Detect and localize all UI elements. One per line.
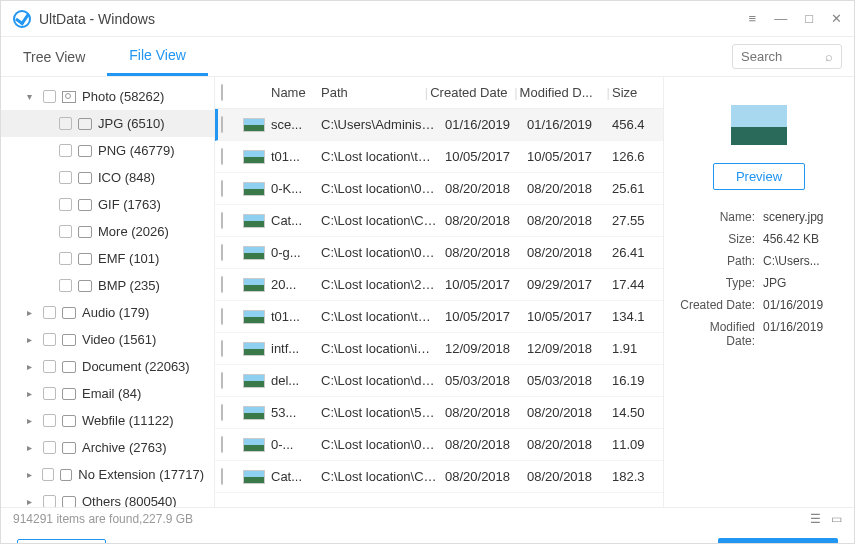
checkbox[interactable]: [221, 212, 223, 229]
table-row[interactable]: Cat... C:\Lost location\CatchFB24... 08/…: [215, 461, 663, 493]
maximize-icon[interactable]: □: [805, 11, 813, 26]
checkbox[interactable]: [221, 372, 223, 389]
checkbox[interactable]: [43, 387, 56, 400]
cell-size: 26.41: [612, 245, 657, 260]
expand-icon[interactable]: ▸: [27, 307, 37, 318]
checkbox[interactable]: [43, 441, 56, 454]
checkbox[interactable]: [221, 340, 223, 357]
thumbnail-icon: [243, 310, 265, 324]
preview-field-value: JPG: [763, 276, 840, 290]
sidebar-item-category[interactable]: ▸ Others (800540): [1, 488, 214, 507]
table-row[interactable]: 0-K... C:\Lost location\0-K38SgB[... 08/…: [215, 173, 663, 205]
recover-button[interactable]: Recover: [718, 538, 838, 544]
home-button[interactable]: Home: [17, 539, 106, 544]
checkbox[interactable]: [59, 117, 72, 130]
main: ▾ Photo (58262) JPG (6510) PNG (46779) I…: [1, 77, 854, 507]
sidebar-item-child[interactable]: PNG (46779): [1, 137, 214, 164]
checkbox[interactable]: [221, 436, 223, 453]
checkbox[interactable]: [221, 404, 223, 421]
expand-icon[interactable]: ▸: [27, 388, 37, 399]
checkbox[interactable]: [221, 148, 223, 165]
checkbox[interactable]: [59, 198, 72, 211]
category-icon: [60, 469, 73, 481]
table-row[interactable]: 0-g... C:\Lost location\0-gidq5s[1... 08…: [215, 237, 663, 269]
menu-icon[interactable]: ≡: [749, 11, 757, 26]
checkbox[interactable]: [221, 276, 223, 293]
table-row[interactable]: sce... C:\Users\Administrator\De... 01/1…: [215, 109, 663, 141]
col-modified[interactable]: Modified D...: [520, 85, 605, 100]
grid-view-icon[interactable]: ▭: [831, 512, 842, 526]
checkbox[interactable]: [43, 495, 56, 507]
collapse-icon[interactable]: ▾: [27, 91, 37, 102]
checkbox[interactable]: [221, 180, 223, 197]
checkbox[interactable]: [221, 244, 223, 261]
checkbox[interactable]: [43, 360, 56, 373]
list-view-icon[interactable]: ☰: [810, 512, 821, 526]
sidebar-item-category[interactable]: ▸ Webfile (11122): [1, 407, 214, 434]
preview-field: Modified Date: 01/16/2019: [678, 320, 840, 348]
sidebar-item-category[interactable]: ▸ Video (1561): [1, 326, 214, 353]
checkbox[interactable]: [43, 414, 56, 427]
checkbox[interactable]: [221, 116, 223, 133]
expand-icon[interactable]: ▸: [27, 496, 37, 507]
cell-modified: 08/20/2018: [527, 245, 612, 260]
expand-icon[interactable]: ▸: [27, 334, 37, 345]
sidebar-item-category[interactable]: ▸ Document (22063): [1, 353, 214, 380]
preview-button[interactable]: Preview: [713, 163, 805, 190]
search-box[interactable]: ⌕: [732, 44, 842, 69]
expand-icon[interactable]: ▸: [27, 415, 37, 426]
table-row[interactable]: del... C:\Lost location\dell_passw... 05…: [215, 365, 663, 397]
expand-icon[interactable]: ▸: [27, 361, 37, 372]
sidebar-item-child[interactable]: EMF (101): [1, 245, 214, 272]
tab-file-view[interactable]: File View: [107, 37, 208, 76]
search-input[interactable]: [741, 49, 811, 64]
checkbox[interactable]: [221, 468, 223, 485]
table-row[interactable]: 0-... C:\Lost location\0-WH5GiV... 08/20…: [215, 429, 663, 461]
sidebar-item-category[interactable]: ▸ Audio (179): [1, 299, 214, 326]
table-row[interactable]: intf... C:\Lost location\intf[1].jpg 12/…: [215, 333, 663, 365]
cell-size: 182.3: [612, 469, 657, 484]
sidebar-item-photo[interactable]: ▾ Photo (58262): [1, 83, 214, 110]
thumbnail-icon: [243, 342, 265, 356]
checkbox[interactable]: [59, 252, 72, 265]
sidebar-item-child[interactable]: JPG (6510): [1, 110, 214, 137]
toolbar: Tree View File View ⌕: [1, 37, 854, 77]
col-size[interactable]: Size: [612, 85, 657, 100]
checkbox[interactable]: [42, 468, 54, 481]
sidebar-item-category[interactable]: ▸ Archive (2763): [1, 434, 214, 461]
preview-field-value: 01/16/2019: [763, 320, 840, 348]
expand-icon[interactable]: ▸: [27, 469, 36, 480]
cell-name: del...: [271, 373, 321, 388]
sidebar-item-child[interactable]: More (2026): [1, 218, 214, 245]
table-row[interactable]: 53... C:\Lost location\53573[1].jpg 08/2…: [215, 397, 663, 429]
minimize-icon[interactable]: —: [774, 11, 787, 26]
checkbox[interactable]: [59, 279, 72, 292]
table-row[interactable]: 20... C:\Lost location\202376301... 10/0…: [215, 269, 663, 301]
sidebar-item-child[interactable]: ICO (848): [1, 164, 214, 191]
sidebar-item-child[interactable]: BMP (235): [1, 272, 214, 299]
expand-icon[interactable]: ▸: [27, 442, 37, 453]
close-icon[interactable]: ✕: [831, 11, 842, 26]
checkbox[interactable]: [43, 90, 56, 103]
col-path[interactable]: Path: [321, 85, 423, 100]
checkbox[interactable]: [59, 171, 72, 184]
checkbox[interactable]: [221, 308, 223, 325]
checkbox[interactable]: [59, 225, 72, 238]
table-row[interactable]: Cat... C:\Lost location\Catch(08-... 08/…: [215, 205, 663, 237]
col-created[interactable]: Created Date: [430, 85, 512, 100]
cell-created: 12/09/2018: [445, 341, 527, 356]
search-icon[interactable]: ⌕: [825, 49, 833, 64]
sidebar-item-child[interactable]: GIF (1763): [1, 191, 214, 218]
tab-tree-view[interactable]: Tree View: [1, 37, 107, 76]
table-row[interactable]: t01... C:\Lost location\t01eca376... 10/…: [215, 141, 663, 173]
sidebar-item-category[interactable]: ▸ No Extension (17717): [1, 461, 214, 488]
sidebar-item-category[interactable]: ▸ Email (84): [1, 380, 214, 407]
image-icon: [62, 91, 76, 103]
checkbox[interactable]: [43, 306, 56, 319]
table-row[interactable]: t01... C:\Lost location\t01ed4cf0... 10/…: [215, 301, 663, 333]
sidebar-label: More (2026): [98, 224, 169, 239]
col-name[interactable]: Name: [271, 85, 321, 100]
checkbox-all[interactable]: [221, 84, 223, 101]
checkbox[interactable]: [59, 144, 72, 157]
checkbox[interactable]: [43, 333, 56, 346]
